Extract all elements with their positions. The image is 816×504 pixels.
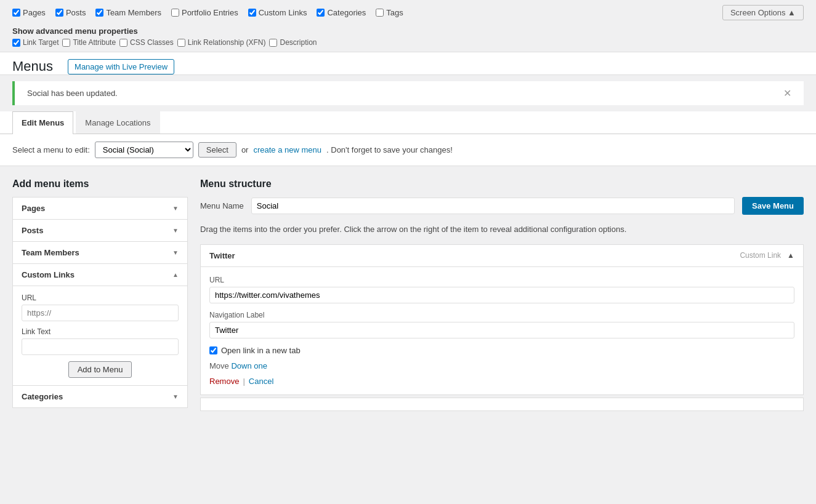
accordion-pages-arrow: ▼ [172,205,179,212]
url-label: URL [22,294,179,302]
checkbox-row2-input-2[interactable] [119,39,127,47]
checkbox-row1-label-3: Portfolio Entries [182,8,238,17]
twitter-cancel-link[interactable]: Cancel [249,377,273,386]
accordion-custom-links-header[interactable]: Custom Links ▲ [13,264,187,286]
checkbox-row2-input-1[interactable] [62,39,70,47]
tabs-bar: Edit Menus Manage Locations [0,111,816,134]
checkbox-row2-input-4[interactable] [269,39,277,47]
checkbox-row1-input-2[interactable] [95,9,103,17]
accordion-team-members: Team Members ▼ [12,242,188,264]
accordion-categories-header[interactable]: Categories ▼ [13,386,187,407]
create-new-menu-link[interactable]: create a new menu [253,145,321,154]
right-panel: Menu structure Menu Name Save Menu Drag … [200,178,804,504]
show-advanced-label: Show advanced menu properties [12,26,804,36]
checkbox-row1-input-5[interactable] [317,9,325,17]
select-or-text: or [241,145,249,154]
menu-item-second-header[interactable] [201,398,803,410]
checkbox-row2-label-0: Link Target [23,38,59,47]
url-input[interactable] [22,305,179,321]
twitter-action-row: Remove | Cancel [209,377,794,386]
checkbox-row1: PagesPostsTeam MembersPortfolio EntriesC… [12,8,403,17]
checkbox-row2-input-0[interactable] [12,39,20,47]
select-button[interactable]: Select [198,142,236,158]
screen-options-button[interactable]: Screen Options ▲ [722,5,804,20]
accordion-custom-links-label: Custom Links [22,270,75,279]
menu-item-second [200,398,804,411]
checkbox-row1-item-2[interactable]: Team Members [95,8,161,17]
accordion-pages-header[interactable]: Pages ▼ [13,198,187,219]
accordion-pages: Pages ▼ [12,197,188,220]
accordion-posts-header[interactable]: Posts ▼ [13,220,187,241]
twitter-nav-input[interactable] [209,322,794,338]
notice-text: Social has been updated. [27,89,118,98]
menu-select-dropdown[interactable]: Social (Social) [95,142,193,158]
checkbox-row1-label-5: Categories [327,8,366,17]
add-menu-items-title: Add menu items [12,178,188,190]
checkbox-row1-input-1[interactable] [55,9,63,17]
tab-manage-locations[interactable]: Manage Locations [76,111,160,134]
twitter-url-field: URL [209,276,794,303]
checkbox-row1-item-5[interactable]: Categories [317,8,366,17]
checkbox-row1-item-6[interactable]: Tags [376,8,403,17]
checkbox-row2-label-3: Link Relationship (XFN) [188,38,266,47]
checkbox-row2-input-3[interactable] [177,39,185,47]
accordion-custom-links: Custom Links ▲ URL Link Text Add to Menu [12,264,188,386]
menu-name-row: Menu Name Save Menu [200,197,804,215]
accordion-posts-label: Posts [22,226,43,235]
save-menu-button[interactable]: Save Menu [742,197,804,215]
checkbox-row2-item-1[interactable]: Title Attribute [62,38,116,47]
link-text-input[interactable] [22,338,179,355]
checkbox-row1-input-6[interactable] [376,9,384,17]
add-to-menu-button[interactable]: Add to Menu [68,361,132,378]
checkbox-row2-label-2: CSS Classes [130,38,174,47]
notice-close-button[interactable]: ✕ [783,87,791,99]
twitter-remove-link[interactable]: Remove [209,377,239,386]
checkbox-row2-label-1: Title Attribute [73,38,116,47]
twitter-move-down-link[interactable]: Down one [231,361,267,370]
accordion-pages-label: Pages [22,204,45,213]
twitter-open-new-tab-label: Open link in a new tab [221,346,301,355]
twitter-nav-label: Navigation Label [209,311,794,319]
tab-edit-menus[interactable]: Edit Menus [12,111,73,134]
select-menu-label: Select a menu to edit: [12,145,90,154]
checkbox-row1-input-3[interactable] [171,9,179,17]
checkbox-row1-item-0[interactable]: Pages [12,8,46,17]
twitter-move-row: Move Down one [209,361,794,370]
checkbox-row1-item-1[interactable]: Posts [55,8,86,17]
checkbox-row2-item-0[interactable]: Link Target [12,38,59,47]
accordion-team-members-header[interactable]: Team Members ▼ [13,242,187,263]
accordion-custom-links-arrow: ▲ [172,271,179,278]
checkbox-row1-label-0: Pages [23,8,46,17]
menu-item-twitter-header[interactable]: Twitter Custom Link ▲ [201,245,803,266]
menu-item-twitter-type: Custom Link [740,251,781,260]
checkbox-row2-item-2[interactable]: CSS Classes [119,38,174,47]
menu-item-twitter-title: Twitter [209,251,235,260]
page-header: Menus Manage with Live Preview [0,52,816,75]
left-panel: Add menu items Pages ▼ Posts ▼ Team Memb… [12,178,188,504]
twitter-open-new-tab-row: Open link in a new tab [209,346,794,355]
checkbox-row1-label-2: Team Members [106,8,161,17]
checkbox-row1-item-3[interactable]: Portfolio Entries [171,8,238,17]
accordion-custom-links-content: URL Link Text Add to Menu [13,286,187,385]
twitter-move-label: Move [209,361,229,370]
checkbox-row1-item-4[interactable]: Custom Links [248,8,307,17]
accordion-team-members-label: Team Members [22,248,79,257]
twitter-open-new-tab-checkbox[interactable] [209,346,217,354]
menu-name-input[interactable] [251,198,735,214]
live-preview-button[interactable]: Manage with Live Preview [68,59,174,74]
twitter-nav-label-field: Navigation Label [209,311,794,338]
checkbox-row1-input-4[interactable] [248,9,256,17]
screen-options-bar: PagesPostsTeam MembersPortfolio EntriesC… [0,0,816,52]
menu-item-twitter: Twitter Custom Link ▲ URL Navigation Lab… [200,244,804,395]
twitter-url-input[interactable] [209,287,794,303]
menu-item-twitter-body: URL Navigation Label Open link in a new … [201,266,803,394]
checkbox-row2-label-4: Description [280,38,317,47]
checkbox-row1-input-0[interactable] [12,9,20,17]
accordion-posts-arrow: ▼ [172,227,179,234]
checkbox-row2: Link TargetTitle AttributeCSS ClassesLin… [12,38,804,47]
main-content: Add menu items Pages ▼ Posts ▼ Team Memb… [0,166,816,504]
checkbox-row1-label-4: Custom Links [259,8,307,17]
checkbox-row2-item-4[interactable]: Description [269,38,317,47]
menu-item-twitter-collapse-arrow[interactable]: ▲ [787,251,794,260]
checkbox-row2-item-3[interactable]: Link Relationship (XFN) [177,38,266,47]
